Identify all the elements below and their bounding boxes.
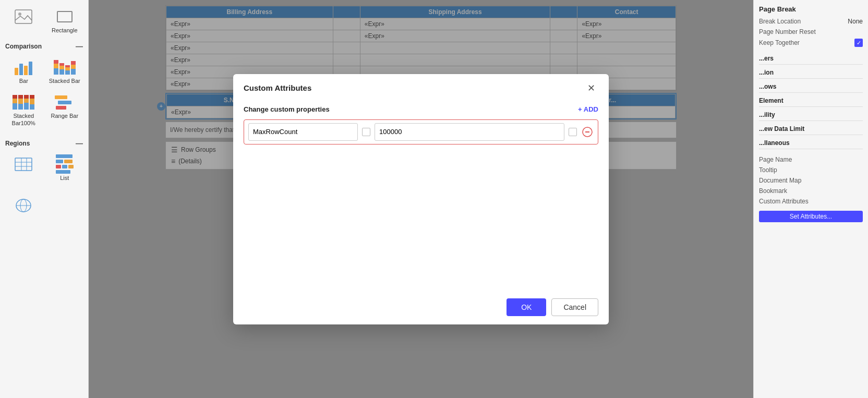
left-sidebar: Bar Rectangle Comparison — <box>0 0 89 398</box>
svg-point-1 <box>18 13 21 16</box>
modal-close-button[interactable]: ✕ <box>584 82 598 94</box>
main-content: Billing Address Shipping Address Contact… <box>89 0 753 398</box>
sidebar-item-table[interactable]: Table <box>4 152 43 185</box>
attribute-value-input[interactable] <box>375 123 564 141</box>
stacked-bar100-chart-icon <box>13 93 34 112</box>
svg-rect-2 <box>57 11 72 22</box>
stacked-bar-chart-icon <box>54 58 75 77</box>
table-icon <box>13 155 34 174</box>
regions-items: Table <box>0 150 88 187</box>
custom-attributes-label: Custom Attributes <box>759 198 809 205</box>
attribute-value-checkbox[interactable] <box>569 128 577 136</box>
rectangle-icon <box>54 7 75 26</box>
set-attributes-button[interactable]: Set Attributes... <box>759 211 863 222</box>
stacked-bar-label: Stacked Bar <box>49 78 80 85</box>
modal-subheader: Change custom properties + ADD <box>244 105 598 113</box>
document-map-label: Document Map <box>759 177 801 184</box>
comparison-section: Comparison — Bar <box>0 39 88 132</box>
comparison-items: Bar <box>0 53 88 132</box>
map-icon <box>13 196 34 215</box>
comparison-section-title: Comparison — <box>0 39 88 53</box>
empty-attributes-area <box>244 148 598 252</box>
keep-together-row: Keep Together <box>759 37 863 49</box>
modal-overlay: Custom Attributes ✕ Change custom proper… <box>89 0 753 398</box>
page-name-label: Page Name <box>759 156 792 163</box>
bookmark-row: Bookmark <box>759 186 863 196</box>
regions-section-title: Regions — <box>0 136 88 150</box>
range-bar-label: Range Bar <box>51 113 78 119</box>
modal-footer: OK Cancel <box>233 292 609 324</box>
break-location-row: Break Location None <box>759 16 863 27</box>
sidebar-item-stacked-bar-100[interactable]: Stacked Bar100% <box>4 90 43 129</box>
stacked-bar100-label: Stacked Bar100% <box>6 113 41 126</box>
add-attribute-link[interactable]: + ADD <box>578 105 598 113</box>
page-number-reset-row: Page Number Reset <box>759 27 863 37</box>
custom-attributes-row: Custom Attributes <box>759 196 863 207</box>
panel-section-element: Element <box>759 95 863 107</box>
custom-attributes-modal: Custom Attributes ✕ Change custom proper… <box>233 74 609 324</box>
sidebar-item-stacked-bar[interactable]: Stacked Bar <box>45 55 85 88</box>
bookmark-label: Bookmark <box>759 187 787 195</box>
ok-button[interactable]: OK <box>507 298 546 316</box>
modal-header: Custom Attributes ✕ <box>233 74 609 100</box>
cancel-button[interactable]: Cancel <box>551 298 598 316</box>
page-number-reset-label: Page Number Reset <box>759 28 816 35</box>
keep-together-checkbox[interactable] <box>854 39 863 47</box>
bar-label: Bar <box>19 78 28 85</box>
sidebar-item-rectangle[interactable]: Rectangle <box>45 4 85 37</box>
app-layout: Bar Rectangle Comparison — <box>0 0 868 398</box>
tooltip-row: Tooltip <box>759 165 863 175</box>
panel-section-ers: ...ers <box>759 53 863 65</box>
sidebar-item-range-bar[interactable]: Range Bar <box>45 90 85 129</box>
sidebar-item-map[interactable] <box>4 193 43 219</box>
attribute-delete-button[interactable] <box>581 126 594 138</box>
attribute-name-checkbox[interactable] <box>362 128 370 136</box>
page-name-row: Page Name <box>759 154 863 165</box>
tooltip-label: Tooltip <box>759 166 777 174</box>
attribute-row <box>244 119 598 144</box>
panel-section-ows: ...ows <box>759 81 863 93</box>
list-label: List <box>60 175 69 182</box>
sidebar-item-bar[interactable]: Bar <box>4 55 43 88</box>
regions-section: Regions — Table <box>0 136 88 187</box>
svg-rect-0 <box>15 10 32 23</box>
image-icon <box>13 7 34 26</box>
regions-collapse-icon[interactable]: — <box>76 139 83 148</box>
panel-section-data-limit: ...ew Data Limit <box>759 123 863 135</box>
modal-body: Change custom properties + ADD <box>233 100 609 292</box>
right-panel-title: Page Break <box>759 5 863 13</box>
modal-subheader-text: Change custom properties <box>244 105 330 113</box>
panel-section-ion: ...ion <box>759 67 863 79</box>
panel-section-ility: ...ility <box>759 109 863 121</box>
break-location-value: None <box>848 18 863 25</box>
sidebar-item-image[interactable]: Bar <box>4 4 43 37</box>
list-icon <box>54 155 75 174</box>
right-panel: Page Break Break Location None Page Numb… <box>753 0 868 398</box>
comparison-collapse-icon[interactable]: — <box>76 42 83 51</box>
rectangle-label: Rectangle <box>52 27 78 34</box>
svg-rect-3 <box>15 158 32 171</box>
sidebar-item-list[interactable]: List <box>45 152 85 185</box>
range-bar-chart-icon <box>54 93 75 112</box>
keep-together-label: Keep Together <box>759 39 800 46</box>
document-map-row: Document Map <box>759 175 863 186</box>
bar-chart-icon <box>13 58 34 77</box>
attribute-name-input[interactable] <box>248 123 358 141</box>
break-location-label: Break Location <box>759 18 801 25</box>
modal-title: Custom Attributes <box>244 83 311 92</box>
panel-section-misc: ...llaneous <box>759 137 863 149</box>
